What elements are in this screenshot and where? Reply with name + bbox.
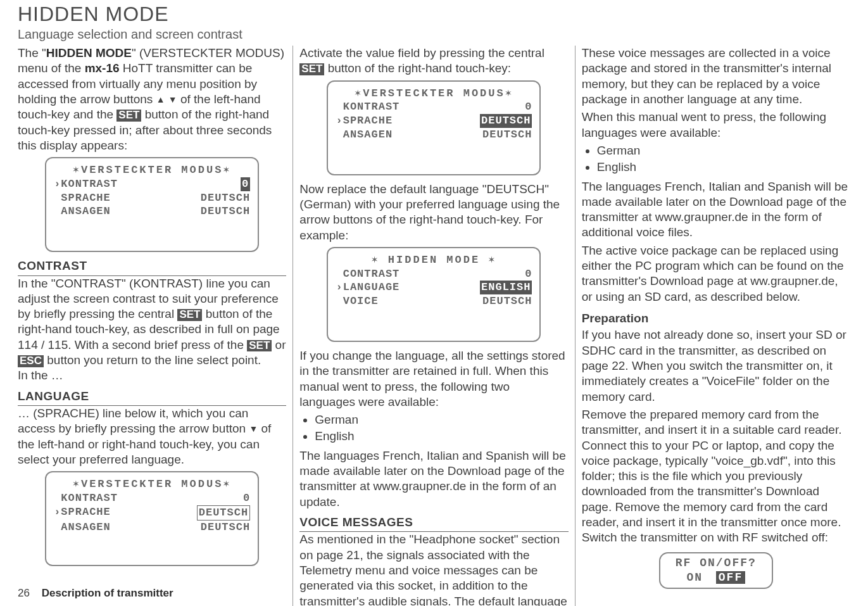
lcd-screen-3: ✶VERSTECKTER MODUS✶ KONTRAST0 ›SPRACHEDE… [327,80,541,175]
page-subtitle: Language selection and screen contrast [18,27,850,42]
text: … (SPRACHE) line below it, which you can… [18,407,249,435]
row-value: ENGLISH [480,281,532,294]
rf-dialog: RF ON/OFF? ON OFF [659,552,773,589]
paragraph: Now replace the default language "DEUTSC… [299,182,568,243]
row-label: KONTRAST [61,178,118,190]
set-key-icon: SET [247,340,272,352]
screen-title: ✶VERSTECKTER MODUS✶ [73,477,232,491]
lcd-screen-1: ✶VERSTECKTER MODUS✶ ›KONTRAST0 SPRACHEDE… [45,157,259,252]
set-key-icon: SET [299,63,324,75]
screen-title: ✶VERSTECKTER MODUS✶ [73,163,232,177]
set-key-icon: SET [177,309,202,321]
up-arrow-icon: ▲ [156,94,165,106]
row-label: KONTRAST [336,100,399,114]
row-value: DEUTSCH [482,294,532,308]
language-list: German English [299,412,568,445]
paragraph: These voice messages are collected in a … [582,46,850,107]
list-item: German [315,412,568,427]
text: or [272,338,286,351]
rf-question: RF ON/OFF? [665,556,767,571]
page-number: 26 [18,587,30,599]
language-list: German English [582,143,850,175]
row-value: 0 [525,267,532,281]
set-key-icon: SET [116,110,141,122]
paragraph: The active voice package can be replaced… [582,243,850,305]
row-value: DEUTSCH [201,205,250,218]
hidden-mode-label: HIDDEN MODE [46,46,132,60]
mx16-label: mx-16 [85,61,120,75]
paragraph: Activate the value field by pressing the… [299,46,568,77]
row-value: DEUTSCH [197,505,250,521]
row-label: VOICE [336,294,378,308]
footer-text: Description of transmitter [42,587,173,599]
page-title: HIDDEN MODE [18,3,850,26]
paragraph: As mentioned in the "Headphone socket" s… [299,532,568,606]
down-arrow-icon: ▼ [168,94,177,106]
row-value: DEUTSCH [201,521,250,534]
manual-page: HIDDEN MODE Language selection and scree… [0,0,868,606]
text: In the … [18,368,286,383]
paragraph: When this manual went to press, the foll… [582,110,850,141]
cursor-icon: › [336,281,343,293]
row-label: SPRACHE [54,191,111,205]
page-footer: 26 Description of transmitter [18,587,173,600]
paragraph: The languages French, Italian and Spanis… [582,179,850,241]
column-2: Activate the value field by pressing the… [292,46,575,606]
columns: The "HIDDEN MODE" (VERSTECKTER MODUS) me… [18,46,850,606]
language-paragraph: … (SPRACHE) line below it, which you can… [18,406,286,467]
row-label: ANSAGEN [336,128,393,142]
row-value: DEUTSCH [482,128,532,142]
contrast-paragraph: In the "CONTRAST" (KONTRAST) line you ca… [18,276,286,369]
intro-paragraph: The "HIDDEN MODE" (VERSTECKTER MODUS) me… [18,46,286,153]
cursor-icon: › [54,178,61,190]
row-value: 0 [525,100,532,114]
column-1: The "HIDDEN MODE" (VERSTECKTER MODUS) me… [18,46,292,606]
paragraph: If you change the language, all the sett… [299,348,568,410]
lcd-screen-2: ✶VERSTECKTER MODUS✶ KONTRAST0 ›SPRACHEDE… [45,471,259,566]
text: The " [18,46,46,60]
screen-title: ✶VERSTECKTER MODUS✶ [355,87,513,101]
language-heading: LANGUAGE [18,389,286,406]
contrast-heading: CONTRAST [18,258,286,275]
row-value: 0 [243,491,250,505]
esc-key-icon: ESC [18,355,44,367]
list-item: English [597,160,850,175]
row-label: CONTRAST [336,267,399,281]
cursor-icon: › [336,115,343,127]
row-label: SPRACHE [343,115,393,127]
preparation-heading: Preparation [582,311,850,326]
paragraph: If you have not already done so, insert … [582,327,850,405]
row-label: LANGUAGE [343,281,400,293]
paragraph: The languages French, Italian and Spanis… [299,448,568,510]
row-value: 0 [241,177,250,191]
row-label: KONTRAST [54,491,118,505]
down-arrow-icon: ▼ [249,424,258,435]
screen-title: ✶ HIDDEN MODE ✶ [371,253,496,267]
text: button of the right-hand touch-key: [324,61,511,75]
rf-off-option: OFF [716,571,745,584]
row-label: SPRACHE [61,506,110,518]
voice-heading: VOICE MESSAGES [299,515,568,532]
list-item: German [597,143,850,158]
lcd-screen-4: ✶ HIDDEN MODE ✶ CONTRAST0 ›LANGUAGEENGLI… [327,247,541,342]
paragraph: Remove the prepared memory card from the… [582,407,850,546]
text: button you return to the line select poi… [44,353,261,367]
row-value: DEUTSCH [201,191,250,205]
row-label: ANSAGEN [54,521,111,534]
row-label: ANSAGEN [54,205,111,218]
column-3: These voice messages are collected in a … [576,46,850,606]
list-item: English [315,429,568,444]
row-value: DEUTSCH [480,114,532,128]
rf-on-option: ON [686,571,703,584]
text: Activate the value field by pressing the… [299,46,544,60]
cursor-icon: › [54,506,61,518]
